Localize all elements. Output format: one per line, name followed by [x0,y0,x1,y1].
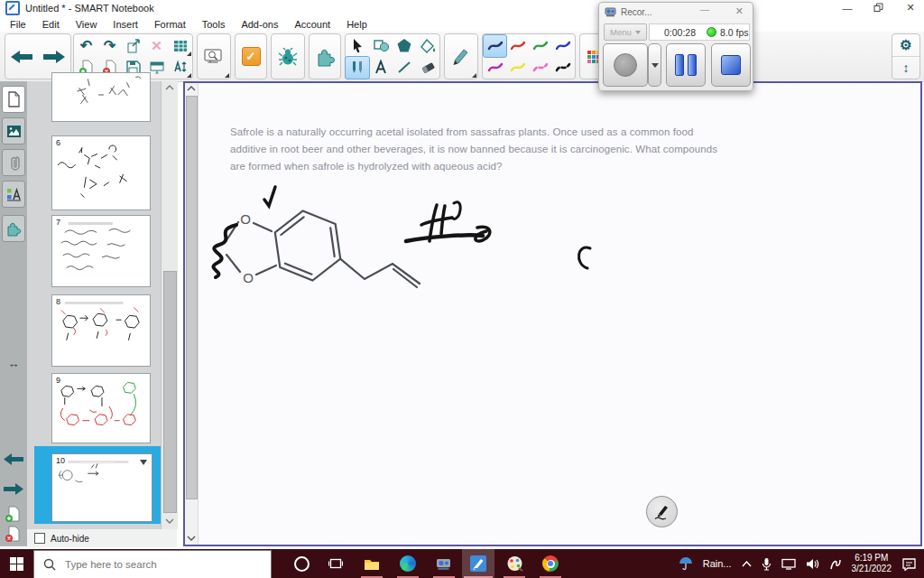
canvas-scrollbar[interactable] [185,83,199,545]
auto-hide-checkbox[interactable] [34,533,45,544]
eraser-tool-button[interactable] [416,57,439,79]
slide-thumbnail-7[interactable]: 7 [51,215,151,287]
color-magenta-swatch[interactable] [484,57,506,79]
activity-builder-button[interactable] [271,33,305,79]
thumbnail-sketch [52,454,150,517]
stop-button[interactable] [711,43,751,87]
menu-format[interactable]: Format [146,19,194,30]
menu-help[interactable]: Help [338,19,375,30]
next-page-button[interactable] [3,481,24,497]
add-page-sidebar-button[interactable] [5,506,22,523]
microphone-icon[interactable] [762,557,772,571]
tab-properties[interactable] [2,181,25,208]
slide-thumbnail-9[interactable]: 9 [51,373,151,443]
shapes-tool-button[interactable] [369,35,393,57]
search-input[interactable] [63,558,247,571]
back-button[interactable] [5,34,38,79]
color-green-swatch[interactable] [529,35,551,57]
check-icon: ✓ [242,47,261,66]
tab-page-sorter[interactable] [2,86,25,113]
tab-gallery[interactable] [2,117,25,144]
chrome-button[interactable] [534,549,567,578]
notebook-canvas[interactable]: Safrole is a naturally occurring acetal … [183,81,922,546]
menu-account[interactable]: Account [286,19,338,30]
floating-ink-button[interactable] [646,496,678,527]
slide-thumbnail-10[interactable]: 10 [51,453,152,522]
color-black-dashed-swatch[interactable] [551,57,574,79]
select-tool-button[interactable] [346,35,369,57]
slide-menu-caret[interactable] [140,460,147,465]
color-yellow-swatch[interactable] [506,57,529,79]
menu-file[interactable]: File [2,19,34,30]
record-options-button[interactable] [648,43,661,87]
tray-app-label[interactable]: Rain... [703,558,732,569]
thumbnail-scrollbar-thumb[interactable] [163,271,177,513]
menu-insert[interactable]: Insert [105,19,146,30]
scroll-down-icon[interactable] [165,518,174,524]
thumbnail-scrollbar[interactable] [161,81,178,529]
delete-button[interactable]: ✕ [145,35,169,57]
recorder-menu-button[interactable]: Menu [604,23,647,41]
previous-page-button[interactable] [3,452,24,467]
delete-page-sidebar-button[interactable] [5,526,22,543]
scroll-up-icon[interactable] [187,86,196,91]
expand-toolbar-button[interactable]: ↕ [892,57,919,79]
taskbar-search[interactable] [33,550,272,578]
restore-button[interactable] [866,1,890,14]
line-tool-button[interactable] [393,57,416,79]
taskbar-clock[interactable]: 6:19 PM 3/21/2022 [852,553,892,574]
menu-add-ons[interactable]: Add-ons [233,19,286,30]
pen-workspace-icon[interactable] [829,557,842,571]
tab-add-ons[interactable] [2,215,25,242]
color-blue-swatch[interactable] [551,35,574,57]
task-view-button[interactable] [319,549,352,578]
menu-tools[interactable]: Tools [194,19,234,30]
minimize-button[interactable]: — [836,1,859,14]
slide-thumbnail-8[interactable]: 8 [51,294,151,367]
umbrella-icon[interactable] [679,556,693,571]
paste-button[interactable] [122,35,145,57]
close-button[interactable]: ✕ [899,1,922,14]
slide-thumbnail-6[interactable]: 6 [51,135,151,210]
tray-chevron-up-icon[interactable] [742,561,752,567]
redo-button[interactable]: ↷ [98,35,122,57]
sort-letters-button[interactable] [169,57,192,79]
capture-button[interactable] [197,33,231,79]
pause-button[interactable] [666,43,706,87]
table-button[interactable] [169,35,192,57]
scroll-down-icon[interactable] [187,536,196,541]
text-tool-button[interactable] [369,57,393,79]
record-button[interactable] [603,43,648,87]
response-check-button[interactable]: ✓ [235,33,267,79]
action-center-icon[interactable] [901,557,917,571]
polygon-tool-button[interactable] [393,35,416,57]
undo-button[interactable]: ↶ [75,35,98,57]
gallery-button[interactable] [309,33,341,79]
recorder-close-button[interactable]: ✕ [735,5,744,17]
recorder-app-button[interactable] [428,549,460,578]
start-button[interactable] [0,549,32,578]
h-plus-label [421,218,452,225]
pen-button[interactable] [444,33,478,79]
fill-tool-button[interactable] [416,35,439,57]
speaker-icon[interactable] [806,558,819,570]
tab-attachments[interactable] [2,149,25,176]
cortana-button[interactable] [285,549,318,578]
slide-thumbnail-partial[interactable] [51,72,151,122]
scroll-up-icon[interactable] [165,85,174,90]
menu-view[interactable]: View [68,19,106,30]
paint-app-button[interactable] [498,549,531,578]
smart-notebook-app-button[interactable] [462,549,494,578]
recorder-minimize-button[interactable]: — [700,5,709,14]
color-navy-swatch[interactable] [483,34,507,58]
back-arrow-icon [10,49,33,65]
file-explorer-button[interactable] [356,549,388,578]
edge-button[interactable] [392,549,424,578]
settings-button[interactable]: ⚙ [892,34,919,57]
color-pink-dashed-swatch[interactable] [529,57,551,79]
display-icon[interactable] [781,558,796,570]
menu-edit[interactable]: Edit [34,19,68,30]
dock-side-toggle[interactable]: ↔ [0,357,27,370]
color-red-swatch[interactable] [506,35,529,57]
pens-tool-button[interactable] [345,56,370,79]
